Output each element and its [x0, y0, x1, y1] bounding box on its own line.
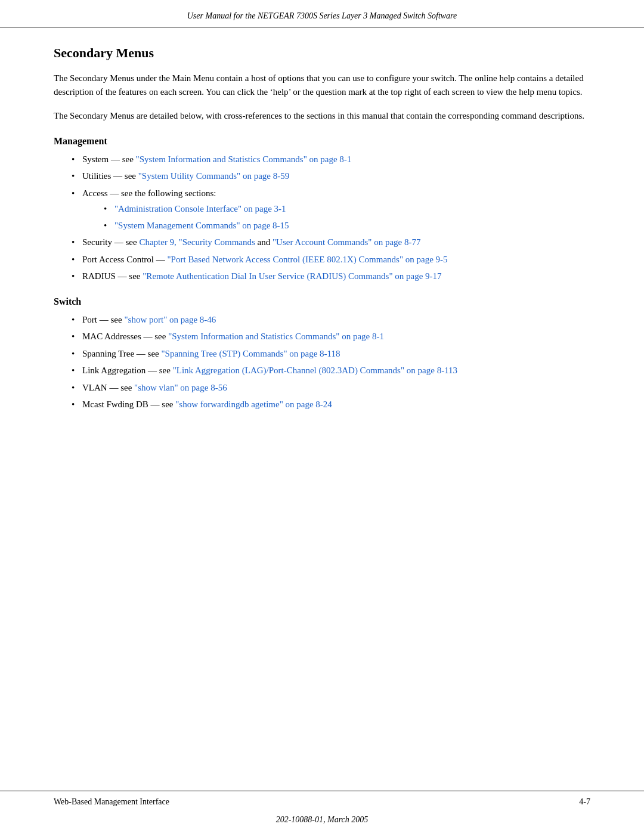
list-item-port-access: Port Access Control — "Port Based Networ…: [72, 253, 590, 267]
spanning-prefix: Spanning Tree — see: [82, 349, 162, 358]
switch-list: Port — see "show port" on page 8-46 MAC …: [54, 313, 590, 411]
port-link[interactable]: "show port" on page 8-46: [124, 315, 216, 324]
list-item-mcast: Mcast Fwding DB — see "show forwardingdb…: [72, 398, 590, 411]
list-item-access: Access — see the following sections: "Ad…: [72, 187, 590, 233]
footer-left-text: Web-Based Management Interface: [54, 797, 169, 807]
port-access-prefix: Port Access Control —: [82, 255, 168, 264]
system-link[interactable]: "System Information and Statistics Comma…: [136, 154, 352, 164]
list-item-security: Security — see Chapter 9, "Security Comm…: [72, 236, 590, 249]
system-prefix: System — see: [82, 154, 136, 164]
sublist-item-admin: "Administration Console Interface" on pa…: [104, 202, 590, 216]
list-item-radius: RADIUS — see "Remote Authentication Dial…: [72, 270, 590, 283]
list-item-mac: MAC Addresses — see "System Information …: [72, 330, 590, 343]
admin-console-link[interactable]: "Administration Console Interface" on pa…: [114, 204, 286, 213]
lag-prefix: Link Aggregation — see: [82, 366, 173, 375]
page-header: User Manual for the NETGEAR 7300S Series…: [0, 0, 644, 27]
page: User Manual for the NETGEAR 7300S Series…: [0, 0, 644, 833]
port-prefix: Port — see: [82, 315, 124, 324]
list-item-lag: Link Aggregation — see "Link Aggregation…: [72, 364, 590, 377]
security-middle: and: [255, 237, 273, 247]
utilities-prefix: Utilities — see: [82, 171, 138, 181]
user-account-link[interactable]: "User Account Commands" on page 8-77: [273, 237, 420, 247]
mac-prefix: MAC Addresses — see: [82, 332, 168, 341]
port-access-link[interactable]: "Port Based Network Access Control (IEEE…: [168, 255, 448, 264]
management-list: System — see "System Information and Sta…: [54, 153, 590, 283]
header-title: User Manual for the NETGEAR 7300S Series…: [187, 11, 457, 20]
security-chapter-link[interactable]: Chapter 9, "Security Commands: [139, 237, 255, 247]
lag-link[interactable]: "Link Aggregation (LAG)/Port-Channel (80…: [173, 366, 457, 375]
vlan-link[interactable]: "show vlan" on page 8-56: [134, 383, 227, 392]
intro-paragraph-2: The Secondary Menus are detailed below, …: [54, 109, 590, 123]
spanning-link[interactable]: "Spanning Tree (STP) Commands" on page 8…: [162, 349, 340, 358]
footer-page-number: 4-7: [579, 797, 590, 807]
sublist-item-sysmgmt: "System Management Commands" on page 8-1…: [104, 219, 590, 233]
intro-paragraph-1: The Secondary Menus under the Main Menu …: [54, 72, 590, 100]
security-prefix: Security — see: [82, 237, 139, 247]
radius-prefix: RADIUS — see: [82, 271, 143, 281]
list-item-vlan: VLAN — see "show vlan" on page 8-56: [72, 381, 590, 395]
utilities-link[interactable]: "System Utility Commands" on page 8-59: [138, 171, 289, 181]
vlan-prefix: VLAN — see: [82, 383, 134, 392]
mac-link[interactable]: "System Information and Statistics Comma…: [168, 332, 384, 341]
switch-title: Switch: [54, 296, 590, 307]
access-sublist: "Administration Console Interface" on pa…: [82, 202, 590, 232]
sys-mgmt-link[interactable]: "System Management Commands" on page 8-1…: [114, 221, 289, 230]
radius-link[interactable]: "Remote Authentication Dial In User Serv…: [143, 271, 441, 281]
main-content: Secondary Menus The Secondary Menus unde…: [0, 27, 644, 791]
list-item-system: System — see "System Information and Sta…: [72, 153, 590, 166]
section-title: Secondary Menus: [54, 45, 590, 61]
footer-center-text: 202-10088-01, March 2005: [0, 810, 644, 833]
access-text: Access — see the following sections:: [82, 188, 216, 198]
list-item-spanning: Spanning Tree — see "Spanning Tree (STP)…: [72, 347, 590, 361]
mcast-prefix: Mcast Fwding DB — see: [82, 400, 175, 409]
list-item-utilities: Utilities — see "System Utility Commands…: [72, 169, 590, 183]
management-title: Management: [54, 136, 590, 147]
list-item-port: Port — see "show port" on page 8-46: [72, 313, 590, 327]
page-footer: Web-Based Management Interface 4-7: [0, 791, 644, 810]
mcast-link[interactable]: "show forwardingdb agetime" on page 8-24: [175, 400, 332, 409]
